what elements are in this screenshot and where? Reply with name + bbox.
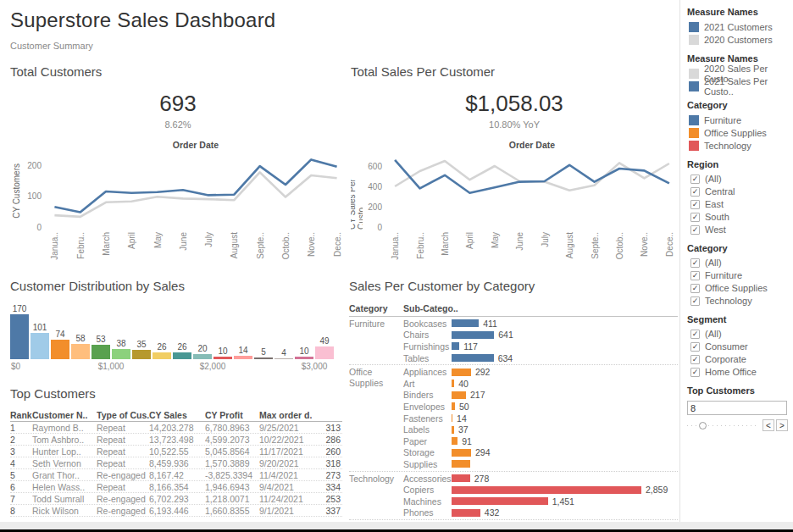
bar-value-label: 411	[483, 319, 497, 329]
filter-option-corporate[interactable]: ✓Corporate	[690, 353, 788, 365]
plot-area[interactable]	[46, 152, 346, 230]
top-customers-input[interactable]	[687, 401, 787, 415]
legend-item[interactable]: Technology	[687, 139, 788, 152]
histogram-bar[interactable]: 49	[315, 336, 334, 359]
category-bar[interactable]	[452, 437, 458, 445]
subcategory-row[interactable]: Machines1,451	[403, 496, 678, 507]
category-bar[interactable]	[452, 460, 470, 468]
category-bar[interactable]	[452, 474, 470, 482]
subcategory-row[interactable]: Appliances292	[403, 366, 678, 378]
filter-option-consumer[interactable]: ✓Consumer	[690, 341, 788, 352]
filter-option-furniture[interactable]: ✓Furniture	[690, 269, 788, 281]
category-bar[interactable]	[452, 486, 641, 494]
legend-item[interactable]: Furniture	[687, 114, 788, 126]
filter-option-office-supplies[interactable]: ✓Office Supplies	[690, 282, 788, 294]
customers-line-chart[interactable]: Order Date CY Customers 0100200 Janua..F…	[10, 136, 346, 270]
legend-swatch	[689, 115, 699, 125]
legend-item[interactable]: Office Supplies	[687, 126, 788, 139]
filter-option-technology[interactable]: ✓Technology	[690, 295, 788, 307]
histogram-bar[interactable]: 4	[274, 348, 293, 359]
filter-option--all-[interactable]: ✓(All)	[690, 173, 788, 185]
subcategory-row[interactable]: Bookcases411	[403, 318, 678, 330]
histogram-bar[interactable]: 26	[152, 342, 171, 359]
subcategory-row[interactable]: Paper91	[403, 435, 678, 447]
histogram-bar[interactable]: 53	[92, 335, 110, 359]
category-bar[interactable]	[452, 331, 494, 339]
table-row[interactable]: 3Hunter Lop..Repeat10,522.555,045.856411…	[10, 446, 342, 457]
slider-track[interactable]	[687, 420, 757, 431]
spinner-prev-button[interactable]: <	[762, 419, 774, 431]
filter-option-south[interactable]: ✓South	[690, 211, 788, 223]
subcategory-row[interactable]: Art40	[403, 378, 678, 390]
checkbox-icon: ✓	[690, 330, 700, 339]
table-row[interactable]: 2Tom Ashbro..Repeat13,723.4984,599.20731…	[10, 434, 342, 446]
legend-item[interactable]: 2021 Sales Per Custo..	[687, 80, 788, 92]
subcategory-row[interactable]: Tables634	[403, 352, 678, 364]
bar-zone: 278	[452, 474, 678, 484]
subcategory-row[interactable]: Furnishings117	[403, 341, 678, 352]
subcategory-row[interactable]: Copiers2,859	[403, 484, 678, 496]
table-row[interactable]: 6Helen Wass..Repeat8,166.3541,946.69439/…	[10, 481, 342, 493]
histogram-bar[interactable]: 26	[173, 342, 191, 359]
subcategory-row[interactable]: Fasteners14	[403, 413, 678, 424]
category-bar[interactable]	[452, 402, 455, 410]
histogram-bar[interactable]: 101	[30, 323, 49, 359]
category-bar[interactable]	[452, 509, 480, 517]
subcategory-row[interactable]: Labels37	[403, 424, 678, 435]
subcategory-row[interactable]: Envelopes50	[403, 401, 678, 413]
category-bar[interactable]	[452, 426, 454, 434]
filter-option-home-office[interactable]: ✓Home Office	[690, 366, 788, 378]
spinner-next-button[interactable]: >	[776, 419, 788, 431]
filter-option-west[interactable]: ✓West	[690, 224, 788, 236]
histogram-bar-label: 4	[281, 348, 286, 357]
plot-area[interactable]	[386, 152, 678, 230]
histogram-bar[interactable]: 38	[112, 339, 130, 359]
filter-option-central[interactable]: ✓Central	[690, 186, 788, 197]
customer-distribution-histogram[interactable]: 17010174585338352626201014541049 $0$1,00…	[10, 302, 336, 373]
table-row[interactable]: 8Rick WilsonRe-engaged6,193.4461,660.835…	[10, 505, 342, 517]
table-row[interactable]: 7Todd SumrallRe-engaged6,702.2931,218.00…	[10, 493, 342, 505]
histogram-bar[interactable]: 10	[295, 346, 313, 359]
table-row[interactable]: 5Grant Thor..Re-engaged8,167.42-3,825.33…	[10, 469, 342, 481]
series-line-2020-customers[interactable]	[54, 172, 336, 217]
table-row[interactable]: 1Raymond B..Repeat14,203.2786,780.89639/…	[10, 422, 342, 434]
filter-option--all-[interactable]: ✓(All)	[690, 328, 788, 340]
table-row[interactable]: 4Seth VernonRepeat8,459.9361,570.38899/2…	[10, 457, 342, 469]
legend-item[interactable]: 2020 Customers	[687, 33, 788, 46]
filter-option-east[interactable]: ✓East	[690, 198, 788, 210]
slider-knob[interactable]	[699, 422, 707, 429]
sales-line-chart[interactable]: Order Date CY Sales Per Custo.. 02004006…	[351, 136, 678, 270]
histogram-bar[interactable]: 14	[234, 346, 252, 359]
category-bar[interactable]	[452, 319, 479, 327]
x-tick-label: Dece..	[664, 232, 674, 257]
histogram-bar[interactable]: 20	[193, 344, 212, 359]
bar-zone: 432	[452, 507, 678, 518]
histogram-bar[interactable]: 5	[254, 347, 273, 359]
histogram-bar[interactable]: 10	[214, 346, 232, 359]
series-line-2021-customers[interactable]	[54, 159, 336, 212]
category-bar[interactable]	[452, 497, 548, 505]
subcategory-row[interactable]: Accessories278	[403, 473, 678, 485]
category-bar[interactable]	[452, 369, 471, 376]
subcategory-row[interactable]: Supplies	[403, 458, 678, 470]
category-bar[interactable]	[452, 342, 459, 350]
subcategory-row[interactable]: Binders217	[403, 390, 678, 402]
histogram-bar[interactable]: 35	[132, 340, 151, 359]
legend-item[interactable]: 2021 Customers	[687, 20, 788, 33]
checkbox-icon: ✓	[690, 271, 700, 280]
histogram-bar[interactable]: 170	[10, 304, 29, 359]
series-line-2020-sales-per-custo-[interactable]	[395, 161, 669, 191]
subcategory-row[interactable]: Phones432	[403, 507, 678, 519]
subcategory-row[interactable]: Chairs641	[403, 330, 678, 341]
histogram-bar[interactable]: 58	[71, 334, 90, 359]
category-bar[interactable]	[452, 414, 452, 422]
category-bar[interactable]	[452, 391, 466, 399]
category-bar[interactable]	[452, 354, 494, 362]
histogram-bar[interactable]: 74	[51, 330, 69, 359]
filter-option--all-[interactable]: ✓(All)	[690, 257, 788, 269]
category-bar[interactable]	[452, 380, 454, 387]
subcategory-row[interactable]: Storage294	[403, 447, 678, 459]
horizontal-scrollbar[interactable]	[0, 522, 793, 529]
table-cell: 6	[10, 482, 32, 492]
category-bar[interactable]	[452, 449, 471, 457]
